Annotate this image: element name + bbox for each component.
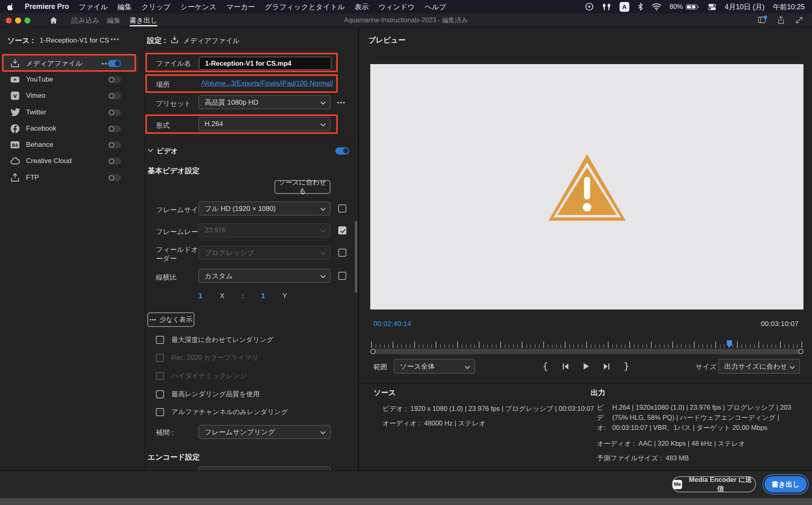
source-more-button[interactable]: ••• [110,36,120,43]
aspect-y-value[interactable]: 1 [261,292,265,300]
destination-youtube[interactable]: YouTube [4,71,138,88]
menu-sequence[interactable]: シーケンス [180,2,216,12]
destination-facebook[interactable]: Facebook [4,120,138,137]
encode-settings-dropdown-partial[interactable] [199,466,330,471]
export-button[interactable]: 書き出し [764,476,807,492]
field-order-dropdown[interactable]: プログレッシブ [199,246,330,260]
aspect-ratio-link-checkbox[interactable] [338,272,346,280]
step-back-icon[interactable] [561,361,570,371]
settings-scrollbar-thumb[interactable] [355,221,357,293]
menu-clip[interactable]: クリップ [142,2,171,12]
now-playing-icon[interactable] [585,2,594,11]
preset-dropdown[interactable]: 高品質 1080p HD [199,95,330,109]
send-to-media-encoder-button[interactable]: Me Media Encoder に送信 [672,476,756,492]
apple-menu-icon[interactable] [7,2,15,11]
destination-vimeo[interactable]: v Vimeo [4,88,138,104]
ftp-toggle[interactable] [108,174,121,181]
set-out-point-button[interactable]: } [622,361,631,371]
share-icon[interactable] [776,15,786,26]
show-less-button[interactable]: ••• 少なく表示 [147,312,194,327]
destination-creative-cloud[interactable]: Creative Cloud [4,153,138,169]
menu-marker[interactable]: マーカー [226,2,255,12]
format-dropdown[interactable]: H.264 [199,117,330,131]
menu-file[interactable]: ファイル [79,2,108,12]
format-value: H.264 [205,120,223,128]
range-in-handle[interactable] [370,349,376,354]
bluetooth-icon[interactable] [637,2,644,11]
range-track[interactable] [370,349,803,354]
render-alpha-only-checkbox[interactable] [156,408,164,416]
facebook-toggle[interactable] [108,125,121,132]
option-render-max-depth[interactable]: 最大深度に合わせてレンダリング [156,335,273,344]
option-max-render-quality[interactable]: 最高レンダリング品質を使用 [156,390,259,399]
tab-export[interactable]: 書き出し [130,13,158,27]
aspect-ratio-dropdown[interactable]: カスタム [199,269,330,283]
creative-cloud-icon [10,156,20,166]
vimeo-toggle[interactable] [108,92,121,99]
destination-behance[interactable]: Bē Behance [4,137,138,153]
output-audio-label: オーディオ : [597,440,635,447]
menu-graphics-titles[interactable]: グラフィックとタイトル [265,2,345,12]
set-in-point-button[interactable]: { [540,361,550,371]
high-dynamic-range-checkbox[interactable] [156,372,164,380]
video-section-chevron-icon[interactable] [148,147,153,152]
field-order-link-checkbox[interactable] [338,249,346,257]
menu-view[interactable]: 表示 [354,2,369,12]
option-render-alpha-only[interactable]: アルファチャンネルのみレンダリング [156,408,288,417]
control-center-icon[interactable] [708,3,717,11]
media-file-download-icon [170,35,179,46]
option-rec2020-primaries[interactable]: Rec. 2020 カラープライマリ [156,353,259,362]
match-source-button[interactable]: ソースに合わせる [274,180,330,194]
field-order-label: フィールドオーダー [156,245,201,263]
rec2020-primaries-checkbox[interactable] [156,354,164,362]
render-max-depth-checkbox[interactable] [156,336,164,344]
menu-app-name[interactable]: Premiere Pro [25,2,69,11]
menu-date[interactable]: 4月10日 (月) [725,2,764,12]
menu-time[interactable]: 午前10:25 [773,2,805,12]
battery-indicator[interactable]: 80% [669,3,700,11]
playhead-marker[interactable] [727,340,732,348]
location-link[interactable]: /Volume...3/Exports/Finals/iPad/100-Norm… [201,80,333,87]
frame-rate-dropdown[interactable]: 23.976 [199,223,330,237]
option-high-dynamic-range[interactable]: ハイダイナミックレンジ [156,372,247,380]
aspect-x-value[interactable]: 1 [199,292,202,300]
fullscreen-icon[interactable] [795,15,804,26]
workspace-panel-icon[interactable] [758,15,767,26]
vimeo-icon: v [10,90,20,101]
range-out-handle[interactable] [798,349,803,354]
menu-edit[interactable]: 編集 [118,2,132,12]
home-icon[interactable] [49,15,58,27]
destination-twitter[interactable]: Twitter [4,104,138,120]
aspect-ratio-label: 縦横比 [156,273,177,282]
input-source-icon[interactable]: A [620,2,629,12]
menu-help[interactable]: ヘルプ [425,2,447,12]
frame-size-dropdown[interactable]: フル HD (1920 × 1080) [199,202,330,215]
destination-ftp[interactable]: FTP [4,170,138,186]
close-window-button[interactable] [6,17,12,24]
tab-import[interactable]: 読み込み [71,13,99,27]
zoom-window-button[interactable] [24,17,30,24]
preset-more-button[interactable]: ••• [337,99,346,106]
wifi-icon[interactable] [652,3,661,11]
filename-input[interactable] [199,57,331,70]
destination-media-file[interactable]: メディアファイル ••• [4,55,138,71]
youtube-toggle[interactable] [108,76,121,83]
size-dropdown[interactable]: 出力サイズに合わせ… [718,359,800,374]
step-forward-icon[interactable] [601,361,611,371]
creative-cloud-toggle[interactable] [108,158,121,165]
frame-rate-link-checkbox[interactable] [338,226,346,234]
behance-toggle[interactable] [108,142,121,148]
media-file-toggle[interactable] [108,60,121,67]
minimize-window-button[interactable] [15,17,21,24]
interpolation-dropdown[interactable]: フレームサンプリング [199,425,330,439]
video-section-toggle[interactable] [335,147,349,155]
airpods-icon[interactable] [602,3,611,11]
tab-edit[interactable]: 編集 [107,13,121,27]
max-render-quality-checkbox[interactable] [156,390,164,398]
twitter-toggle[interactable] [108,109,121,116]
timeline-ruler[interactable] [371,333,803,348]
chevron-down-icon [790,364,795,369]
play-button[interactable] [581,361,591,371]
frame-size-link-checkbox[interactable] [338,204,346,213]
menu-window[interactable]: ウィンドウ [378,2,415,12]
